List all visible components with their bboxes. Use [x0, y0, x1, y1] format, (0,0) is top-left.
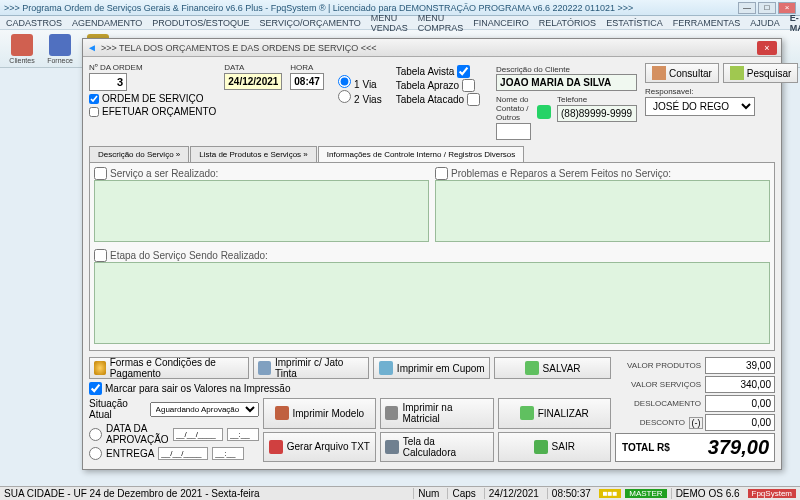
- status-demo: DEMO OS 6.6: [671, 488, 744, 499]
- gerar-txt-button[interactable]: Gerar Arquivo TXT: [263, 432, 376, 463]
- doc-icon: [275, 406, 289, 420]
- valor-servicos: 340,00: [705, 376, 775, 393]
- calculadora-button[interactable]: Tela da Calculadora: [380, 432, 493, 463]
- whatsapp-icon[interactable]: [537, 105, 551, 119]
- chk-orcamento[interactable]: [89, 107, 99, 117]
- txt-servico-realizado[interactable]: [94, 180, 429, 242]
- valor-produtos: 39,00: [705, 357, 775, 374]
- formas-pagamento-button[interactable]: Formas e Condições de Pagamento: [89, 357, 249, 379]
- order-dialog: ◄ >>> TELA DOS ORÇAMENTOS E DAS ORDENS D…: [82, 38, 782, 470]
- contact-input[interactable]: [496, 123, 531, 140]
- radio-2vias[interactable]: [338, 90, 351, 103]
- menu-estatistica[interactable]: ESTATÍSTICA: [606, 18, 663, 28]
- status-num: Num: [413, 488, 443, 499]
- chk-tabela-aprazo[interactable]: [462, 79, 475, 92]
- menu-produtos[interactable]: PRODUTOS/ESTOQUE: [152, 18, 249, 28]
- toolbar-clientes[interactable]: Clientes: [4, 34, 40, 64]
- minimize-button[interactable]: —: [738, 2, 756, 14]
- bottom-section: Formas e Condições de Pagamento Imprimir…: [89, 357, 775, 462]
- txt-etapa[interactable]: [94, 262, 770, 344]
- imprimir-jato-button[interactable]: Imprimir c/ Jato Tinta: [253, 357, 370, 379]
- situacao-select[interactable]: Aguardando Aprovação: [150, 402, 259, 417]
- radio-data-aprov[interactable]: [89, 428, 102, 441]
- menu-agendamento[interactable]: AGENDAMENTO: [72, 18, 142, 28]
- window-buttons: — □ ×: [738, 2, 796, 14]
- chk-marcar-valores[interactable]: [89, 382, 102, 395]
- salvar-button[interactable]: SALVAR: [494, 357, 611, 379]
- app-title: >>> Programa Ordem de Serviços Gerais & …: [4, 3, 738, 13]
- total-value: 379,00: [674, 436, 772, 459]
- imprimir-modelo-button[interactable]: Imprimir Modelo: [263, 398, 376, 429]
- tab-descricao[interactable]: Descrição do Serviço »: [89, 146, 189, 162]
- status-time: 08:50:37: [547, 488, 595, 499]
- date-input[interactable]: [224, 73, 282, 90]
- menu-cadastros[interactable]: CADASTROS: [6, 18, 62, 28]
- hora-aprov-input[interactable]: [227, 428, 259, 441]
- save-icon: [525, 361, 539, 375]
- resp-select[interactable]: JOSÉ DO REGO: [645, 97, 755, 116]
- data-entrega-input[interactable]: [158, 447, 208, 460]
- menu-ferramentas[interactable]: FERRAMENTAS: [673, 18, 740, 28]
- tab-panel: Serviço a ser Realizado: Problemas e Rep…: [89, 163, 775, 351]
- dialog-close-button[interactable]: ×: [757, 41, 777, 55]
- date-label: DATA: [224, 63, 282, 72]
- header-row: Nº DA ORDEM ORDEM DE SERVIÇO EFETUAR ORÇ…: [89, 63, 775, 140]
- exit-icon: [534, 440, 548, 454]
- hora-entrega-input[interactable]: [212, 447, 244, 460]
- chk-tabela-avista[interactable]: [457, 65, 470, 78]
- maximize-button[interactable]: □: [758, 2, 776, 14]
- statusbar: SUA CIDADE - UF 24 de Dezembro de 2021 -…: [0, 486, 800, 500]
- menu-email[interactable]: E-MAIL: [790, 13, 800, 33]
- txt-problemas[interactable]: [435, 180, 770, 242]
- radio-entrega[interactable]: [89, 447, 102, 460]
- time-label: HORA: [290, 63, 324, 72]
- contact-label: Nome do Contato / Outros: [496, 95, 531, 122]
- receipt-icon: [379, 361, 393, 375]
- dialog-titlebar: ◄ >>> TELA DOS ORÇAMENTOS E DAS ORDENS D…: [83, 39, 781, 57]
- menu-compras[interactable]: MENU COMPRAS: [418, 13, 464, 33]
- radio-1via[interactable]: [338, 75, 351, 88]
- menu-vendas[interactable]: MENU VENDAS: [371, 13, 408, 33]
- chk-tabela-atacado[interactable]: [467, 93, 480, 106]
- printer-icon: [258, 361, 271, 375]
- tabs: Descrição do Serviço » Lista de Produtos…: [89, 146, 775, 163]
- calc-icon: [385, 440, 399, 454]
- client-desc-label: Descrição do Cliente: [496, 65, 570, 74]
- menubar: CADASTROS AGENDAMENTO PRODUTOS/ESTOQUE S…: [0, 16, 800, 30]
- people-icon: [652, 66, 666, 80]
- menu-relatorios[interactable]: RELATÓRIOS: [539, 18, 596, 28]
- status-date: 24/12/2021: [484, 488, 543, 499]
- txt-icon: [269, 440, 283, 454]
- menu-financeiro[interactable]: FINANCEIRO: [473, 18, 529, 28]
- client-desc-input[interactable]: [496, 74, 637, 91]
- menu-servico[interactable]: SERVIÇO/ORÇAMENTO: [260, 18, 361, 28]
- tab-produtos[interactable]: Lista de Produtos e Serviços »: [190, 146, 317, 162]
- valor-desconto: 0,00: [705, 414, 775, 431]
- chk-problemas[interactable]: [435, 167, 448, 180]
- tab-controle[interactable]: Informações de Controle Interno / Regist…: [318, 146, 525, 162]
- sair-button[interactable]: SAIR: [498, 432, 611, 463]
- desconto-sign: (-): [689, 417, 703, 429]
- chk-servico-realizado[interactable]: [94, 167, 107, 180]
- check-icon: [520, 406, 534, 420]
- search-icon: [730, 66, 744, 80]
- consultar-button[interactable]: Consultar: [645, 63, 719, 83]
- toolbar-fornece[interactable]: Fornece: [42, 34, 78, 64]
- time-input[interactable]: [290, 73, 324, 90]
- menu-ajuda[interactable]: AJUDA: [750, 18, 780, 28]
- printer2-icon: [385, 406, 398, 420]
- back-icon[interactable]: ◄: [87, 42, 97, 53]
- chk-ordem-servico[interactable]: [89, 94, 99, 104]
- imprimir-cupom-button[interactable]: Imprimir em Cupom: [373, 357, 490, 379]
- phone-input[interactable]: [557, 105, 637, 122]
- phone-label: Telefone: [557, 95, 637, 104]
- pesquisar-button[interactable]: Pesquisar: [723, 63, 798, 83]
- coin-icon: [94, 361, 106, 375]
- status-brand: FpqSystem: [748, 489, 796, 498]
- finalizar-button[interactable]: FINALIZAR: [498, 398, 611, 429]
- chk-etapa[interactable]: [94, 249, 107, 262]
- order-num-input[interactable]: [89, 73, 127, 91]
- status-bar-yellow: ■■■: [599, 489, 622, 498]
- imprimir-matricial-button[interactable]: Imprimir na Matricial: [380, 398, 493, 429]
- data-aprov-input[interactable]: [173, 428, 223, 441]
